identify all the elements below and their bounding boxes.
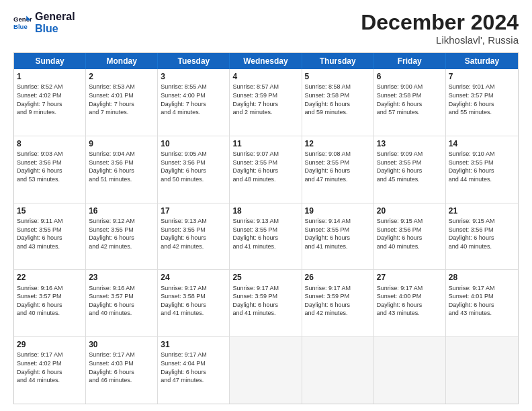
day-info: Sunrise: 9:09 AM Sunset: 3:55 PM Dayligh…: [377, 150, 423, 183]
location: Likhoslavl', Russia: [361, 34, 519, 46]
week-row-1: 1Sunrise: 8:52 AM Sunset: 4:02 PM Daylig…: [14, 69, 518, 136]
day-cell-1: 1Sunrise: 8:52 AM Sunset: 4:02 PM Daylig…: [14, 69, 86, 136]
week-row-2: 8Sunrise: 9:03 AM Sunset: 3:56 PM Daylig…: [14, 136, 518, 203]
day-info: Sunrise: 8:58 AM Sunset: 3:58 PM Dayligh…: [305, 83, 351, 116]
day-cell-3: 3Sunrise: 8:55 AM Sunset: 4:00 PM Daylig…: [158, 69, 230, 136]
day-cell-17: 17Sunrise: 9:13 AM Sunset: 3:55 PM Dayli…: [158, 203, 230, 270]
day-number: 9: [89, 138, 154, 149]
day-cell-18: 18Sunrise: 9:13 AM Sunset: 3:55 PM Dayli…: [230, 203, 302, 270]
svg-text:Blue: Blue: [13, 22, 28, 30]
day-number: 21: [449, 205, 515, 216]
day-cell-30: 30Sunrise: 9:17 AM Sunset: 4:03 PM Dayli…: [86, 337, 158, 404]
day-info: Sunrise: 9:15 AM Sunset: 3:56 PM Dayligh…: [377, 218, 423, 250]
title-block: December 2024 Likhoslavl', Russia: [361, 11, 519, 46]
logo-line1: General: [35, 11, 75, 23]
day-info: Sunrise: 9:07 AM Sunset: 3:55 PM Dayligh…: [232, 150, 279, 183]
day-number: 16: [89, 205, 154, 216]
day-cell-26: 26Sunrise: 9:17 AM Sunset: 3:59 PM Dayli…: [302, 270, 374, 336]
day-number: 17: [161, 205, 226, 216]
day-info: Sunrise: 8:52 AM Sunset: 4:02 PM Dayligh…: [17, 83, 63, 116]
day-info: Sunrise: 9:13 AM Sunset: 3:55 PM Dayligh…: [232, 218, 279, 250]
day-number: 13: [377, 138, 443, 149]
day-cell-empty: [302, 337, 374, 404]
day-info: Sunrise: 9:17 AM Sunset: 4:02 PM Dayligh…: [17, 351, 63, 383]
day-number: 3: [161, 71, 226, 82]
day-cell-11: 11Sunrise: 9:07 AM Sunset: 3:55 PM Dayli…: [230, 136, 302, 203]
day-info: Sunrise: 8:55 AM Sunset: 4:00 PM Dayligh…: [161, 83, 207, 116]
header-sunday: Sunday: [14, 53, 86, 69]
header-friday: Friday: [374, 53, 446, 69]
calendar-header: Sunday Monday Tuesday Wednesday Thursday…: [14, 53, 518, 69]
day-number: 26: [305, 272, 371, 283]
month-title: December 2024: [361, 11, 519, 34]
day-number: 30: [89, 339, 154, 350]
day-cell-28: 28Sunrise: 9:17 AM Sunset: 4:01 PM Dayli…: [446, 270, 518, 336]
day-info: Sunrise: 9:17 AM Sunset: 4:00 PM Dayligh…: [377, 285, 423, 317]
day-info: Sunrise: 9:17 AM Sunset: 3:59 PM Dayligh…: [232, 285, 279, 317]
day-cell-16: 16Sunrise: 9:12 AM Sunset: 3:55 PM Dayli…: [86, 203, 158, 270]
day-number: 25: [232, 272, 298, 283]
day-info: Sunrise: 9:10 AM Sunset: 3:55 PM Dayligh…: [449, 150, 495, 183]
header: General Blue General Blue December 2024 …: [13, 11, 519, 46]
day-info: Sunrise: 9:15 AM Sunset: 3:56 PM Dayligh…: [449, 218, 495, 250]
day-info: Sunrise: 9:13 AM Sunset: 3:55 PM Dayligh…: [161, 218, 207, 250]
day-number: 11: [232, 138, 298, 149]
day-number: 2: [89, 71, 154, 82]
day-number: 7: [449, 71, 515, 82]
day-cell-empty: [230, 337, 302, 404]
day-number: 10: [161, 138, 226, 149]
day-info: Sunrise: 9:12 AM Sunset: 3:55 PM Dayligh…: [89, 218, 135, 250]
day-info: Sunrise: 9:17 AM Sunset: 4:03 PM Dayligh…: [89, 351, 135, 383]
day-number: 8: [17, 138, 83, 149]
day-cell-31: 31Sunrise: 9:17 AM Sunset: 4:04 PM Dayli…: [158, 337, 230, 404]
logo: General Blue General Blue: [13, 11, 75, 34]
day-cell-empty: [374, 337, 446, 404]
day-cell-4: 4Sunrise: 8:57 AM Sunset: 3:59 PM Daylig…: [230, 69, 302, 136]
day-number: 20: [377, 205, 443, 216]
day-cell-23: 23Sunrise: 9:16 AM Sunset: 3:57 PM Dayli…: [86, 270, 158, 336]
day-cell-25: 25Sunrise: 9:17 AM Sunset: 3:59 PM Dayli…: [230, 270, 302, 336]
day-info: Sunrise: 9:05 AM Sunset: 3:56 PM Dayligh…: [161, 150, 207, 183]
day-cell-12: 12Sunrise: 9:08 AM Sunset: 3:55 PM Dayli…: [302, 136, 374, 203]
day-cell-14: 14Sunrise: 9:10 AM Sunset: 3:55 PM Dayli…: [446, 136, 518, 203]
day-number: 23: [89, 272, 154, 283]
header-tuesday: Tuesday: [158, 53, 230, 69]
day-info: Sunrise: 8:53 AM Sunset: 4:01 PM Dayligh…: [89, 83, 135, 116]
week-row-4: 22Sunrise: 9:16 AM Sunset: 3:57 PM Dayli…: [14, 270, 518, 337]
day-cell-15: 15Sunrise: 9:11 AM Sunset: 3:55 PM Dayli…: [14, 203, 86, 270]
day-info: Sunrise: 9:00 AM Sunset: 3:58 PM Dayligh…: [377, 83, 423, 116]
week-row-3: 15Sunrise: 9:11 AM Sunset: 3:55 PM Dayli…: [14, 203, 518, 271]
day-info: Sunrise: 9:14 AM Sunset: 3:55 PM Dayligh…: [305, 218, 351, 250]
page: General Blue General Blue December 2024 …: [0, 0, 532, 411]
day-number: 29: [17, 339, 83, 350]
logo-line2: Blue: [35, 23, 75, 35]
day-number: 15: [17, 205, 83, 216]
day-cell-7: 7Sunrise: 9:01 AM Sunset: 3:57 PM Daylig…: [446, 69, 518, 136]
day-cell-empty: [446, 337, 518, 404]
day-number: 14: [449, 138, 515, 149]
header-wednesday: Wednesday: [230, 53, 302, 69]
calendar: Sunday Monday Tuesday Wednesday Thursday…: [13, 52, 519, 404]
day-info: Sunrise: 9:08 AM Sunset: 3:55 PM Dayligh…: [305, 150, 351, 183]
day-info: Sunrise: 9:16 AM Sunset: 3:57 PM Dayligh…: [17, 285, 63, 317]
day-info: Sunrise: 9:17 AM Sunset: 3:59 PM Dayligh…: [305, 285, 351, 317]
day-cell-10: 10Sunrise: 9:05 AM Sunset: 3:56 PM Dayli…: [158, 136, 230, 203]
day-number: 4: [232, 71, 298, 82]
day-info: Sunrise: 9:04 AM Sunset: 3:56 PM Dayligh…: [89, 150, 135, 183]
day-info: Sunrise: 9:17 AM Sunset: 4:01 PM Dayligh…: [449, 285, 495, 317]
day-number: 19: [305, 205, 371, 216]
day-info: Sunrise: 8:57 AM Sunset: 3:59 PM Dayligh…: [232, 83, 279, 116]
day-info: Sunrise: 9:11 AM Sunset: 3:55 PM Dayligh…: [17, 218, 63, 250]
calendar-body: 1Sunrise: 8:52 AM Sunset: 4:02 PM Daylig…: [14, 69, 518, 404]
day-number: 24: [161, 272, 226, 283]
day-number: 31: [161, 339, 226, 350]
day-cell-19: 19Sunrise: 9:14 AM Sunset: 3:55 PM Dayli…: [302, 203, 374, 270]
day-cell-8: 8Sunrise: 9:03 AM Sunset: 3:56 PM Daylig…: [14, 136, 86, 203]
day-info: Sunrise: 9:01 AM Sunset: 3:57 PM Dayligh…: [449, 83, 495, 116]
day-cell-6: 6Sunrise: 9:00 AM Sunset: 3:58 PM Daylig…: [374, 69, 446, 136]
header-saturday: Saturday: [446, 53, 518, 69]
day-cell-29: 29Sunrise: 9:17 AM Sunset: 4:02 PM Dayli…: [14, 337, 86, 404]
day-number: 1: [17, 71, 83, 82]
day-cell-13: 13Sunrise: 9:09 AM Sunset: 3:55 PM Dayli…: [374, 136, 446, 203]
day-info: Sunrise: 9:17 AM Sunset: 4:04 PM Dayligh…: [161, 351, 207, 383]
